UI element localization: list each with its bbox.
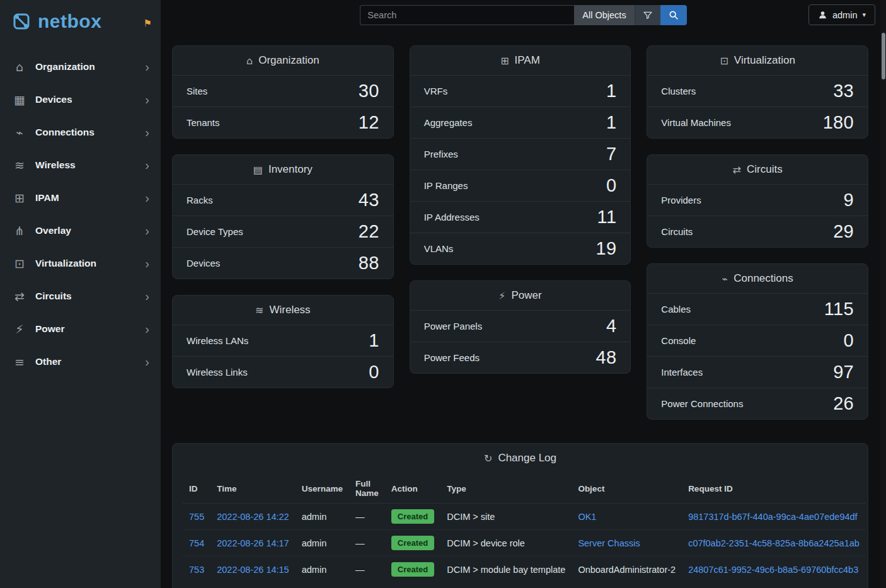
col-header-action: Action xyxy=(385,474,440,504)
card-header: ⌂ Organization xyxy=(173,46,393,75)
stat-row: VLANs 19 xyxy=(410,233,631,264)
scrollbar[interactable] xyxy=(880,0,886,588)
sidebar-item-other[interactable]: ≡ Other › xyxy=(0,345,161,378)
stat-link-prefixes[interactable]: Prefixes xyxy=(424,149,458,159)
building-icon: ⌂ xyxy=(246,55,253,67)
devices-icon: ▦ xyxy=(11,93,28,107)
sidebar-item-virtualization[interactable]: ⊡ Virtualization › xyxy=(0,247,161,280)
changelog-id-link[interactable]: 755 xyxy=(189,512,204,522)
card-header: ⊡ Virtualization xyxy=(647,46,868,75)
changelog-id-link[interactable]: 753 xyxy=(189,565,204,575)
stat-value: 1 xyxy=(369,330,379,351)
circuits-icon: ⇄ xyxy=(733,164,741,176)
changelog-object-link[interactable]: OK1 xyxy=(578,512,596,522)
changelog-object-link[interactable]: Server Chassis xyxy=(578,538,640,548)
stat-link-wireless-lans[interactable]: Wireless LANs xyxy=(187,335,248,346)
search-input[interactable] xyxy=(360,5,574,25)
stat-row: Power Connections 26 xyxy=(647,388,868,419)
user-menu-button[interactable]: admin ▾ xyxy=(808,4,875,25)
stat-link-vlans[interactable]: VLANs xyxy=(424,243,454,254)
stat-link-racks[interactable]: Racks xyxy=(187,195,213,205)
stat-link-clusters[interactable]: Clusters xyxy=(661,86,696,96)
sidebar-item-devices[interactable]: ▦ Devices › xyxy=(0,83,161,116)
chevron-right-icon: › xyxy=(145,355,149,368)
stat-value: 0 xyxy=(844,330,854,351)
stat-value: 48 xyxy=(595,347,616,368)
stat-link-console[interactable]: Console xyxy=(661,335,696,346)
stat-link-sites[interactable]: Sites xyxy=(187,86,207,96)
chevron-right-icon: › xyxy=(145,159,149,171)
pin-icon[interactable]: ⚑ xyxy=(144,18,152,29)
changelog-time-link[interactable]: 2022-08-26 14:22 xyxy=(217,512,289,522)
ipam-icon: ⊞ xyxy=(11,191,28,205)
stat-value: 97 xyxy=(833,362,854,383)
col-header-id: ID xyxy=(183,474,210,504)
change-log-row: 753 2022-08-26 14:15 admin — Created DCI… xyxy=(183,556,866,583)
stat-link-virtual-machines[interactable]: Virtual Machines xyxy=(661,117,731,128)
netbox-logo[interactable]: netbox xyxy=(10,10,101,33)
stat-link-device-types[interactable]: Device Types xyxy=(187,226,243,237)
lightning-icon: ⚡ xyxy=(498,290,505,302)
stat-link-devices[interactable]: Devices xyxy=(187,258,220,268)
stat-link-wireless-links[interactable]: Wireless Links xyxy=(187,367,248,378)
col-header-full-name: Full Name xyxy=(349,474,385,504)
changelog-full-name: — xyxy=(349,504,385,530)
sidebar-item-power[interactable]: ⚡ Power › xyxy=(0,313,161,345)
sidebar-item-label: Other xyxy=(35,356,145,367)
stat-link-tenants[interactable]: Tenants xyxy=(187,117,220,128)
scrollbar-thumb[interactable] xyxy=(882,33,885,79)
search-button[interactable] xyxy=(660,5,687,25)
cable-icon: ⌁ xyxy=(722,273,728,285)
stat-link-vrfs[interactable]: VRFs xyxy=(424,86,448,96)
wifi-icon: ≋ xyxy=(11,158,28,172)
stat-value: 30 xyxy=(359,81,379,101)
sidebar-item-organization[interactable]: ⌂ Organization › xyxy=(0,50,161,83)
changelog-time-link[interactable]: 2022-08-26 14:17 xyxy=(217,538,289,548)
sliders-icon: ≡ xyxy=(11,355,28,369)
chevron-right-icon: › xyxy=(145,257,149,270)
stat-link-aggregates[interactable]: Aggregates xyxy=(424,117,473,128)
stat-value: 7 xyxy=(606,144,616,164)
sidebar-item-wireless[interactable]: ≋ Wireless › xyxy=(0,149,161,182)
sidebar-item-label: Virtualization xyxy=(35,258,145,269)
stat-value: 4 xyxy=(606,316,616,337)
changelog-full-name: — xyxy=(349,556,385,583)
stat-link-ip-addresses[interactable]: IP Addresses xyxy=(424,212,480,222)
stat-row: Circuits 29 xyxy=(647,216,868,247)
person-icon xyxy=(818,10,827,20)
card-title: IPAM xyxy=(515,54,540,67)
changelog-id-link[interactable]: 754 xyxy=(189,538,204,548)
changelog-request-id-link[interactable]: 24807c61-9952-49c6-b8a5-69760bfcc4b3 xyxy=(688,565,858,575)
stat-link-power-panels[interactable]: Power Panels xyxy=(424,321,483,331)
change-log-card: ↻ Change Log ID Time Username Full Name … xyxy=(172,443,868,588)
stat-link-cables[interactable]: Cables xyxy=(661,304,691,314)
sidebar-item-label: Connections xyxy=(35,127,145,138)
sidebar-item-connections[interactable]: ⌁ Connections › xyxy=(0,116,161,149)
stat-row: Virtual Machines 180 xyxy=(647,107,868,138)
object-type-button[interactable]: All Objects xyxy=(574,5,634,25)
changelog-username: admin xyxy=(296,530,349,556)
stat-row: Interfaces 97 xyxy=(647,356,868,388)
changelog-type: DCIM > module bay template xyxy=(440,556,572,583)
brand-name: netbox xyxy=(38,12,101,31)
stat-link-circuits[interactable]: Circuits xyxy=(661,226,693,237)
changelog-time-link[interactable]: 2022-08-26 14:15 xyxy=(217,565,289,575)
stat-link-providers[interactable]: Providers xyxy=(661,195,701,205)
stat-row: Racks 43 xyxy=(173,184,393,216)
filter-button[interactable] xyxy=(635,5,660,25)
stat-link-ip-ranges[interactable]: IP Ranges xyxy=(424,180,468,191)
overlay-icon: ⋔ xyxy=(11,224,28,238)
sidebar-item-label: Circuits xyxy=(35,291,145,302)
search-group: All Objects xyxy=(360,5,686,25)
col-header-type: Type xyxy=(440,474,572,504)
sidebar-item-circuits[interactable]: ⇄ Circuits › xyxy=(0,280,161,313)
sidebar-item-ipam[interactable]: ⊞ IPAM › xyxy=(0,182,161,214)
stat-link-power-connections[interactable]: Power Connections xyxy=(661,398,743,409)
changelog-request-id-link[interactable]: c07f0ab2-2351-4c58-825a-8b6a2425a1ab xyxy=(688,538,860,548)
stat-link-interfaces[interactable]: Interfaces xyxy=(661,367,703,378)
changelog-request-id-link[interactable]: 9817317d-b67f-440a-99ca-4ae07ede94df xyxy=(688,512,857,522)
sidebar-item-overlay[interactable]: ⋔ Overlay › xyxy=(0,214,161,247)
filter-icon xyxy=(643,10,653,20)
stat-link-power-feeds[interactable]: Power Feeds xyxy=(424,352,480,363)
changelog-type: DCIM > device role xyxy=(440,530,572,556)
